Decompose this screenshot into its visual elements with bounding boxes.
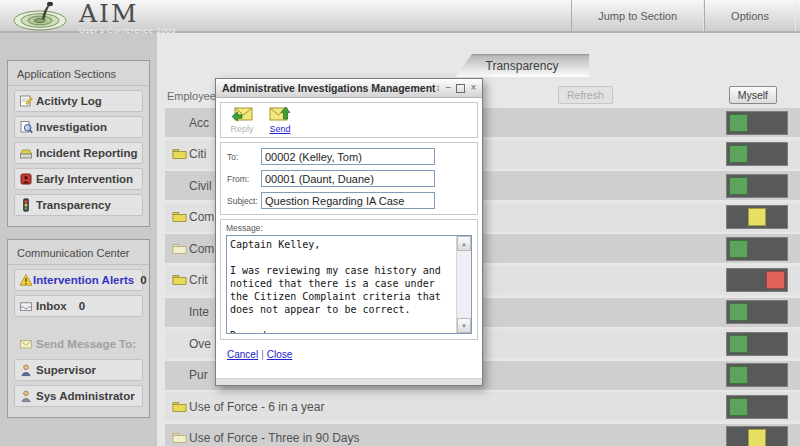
cancel-link[interactable]: Cancel: [227, 349, 258, 360]
minimize-icon[interactable]: −: [446, 83, 452, 93]
admin-person-icon: [19, 389, 36, 403]
dialog-footer-links: Cancel|Close: [220, 344, 478, 365]
status-indicator-green: [726, 111, 788, 135]
communication-center-panel: Communication Center Intervention Alerts…: [7, 239, 150, 418]
folder-icon: [172, 211, 189, 223]
row-label: Use of Force - Three in 90 Days: [189, 431, 360, 445]
table-row[interactable]: Use of Force - 6 in a year: [165, 392, 800, 421]
sidebar-item-label: Supervisor: [36, 364, 96, 376]
table-row[interactable]: Use of Force - Three in 90 Days: [165, 424, 800, 446]
application-sections-title: Application Sections: [8, 61, 149, 86]
to-field[interactable]: [261, 148, 435, 165]
from-field[interactable]: [261, 170, 435, 187]
from-field-label: From:: [227, 174, 261, 184]
sidebar-item-send-message-to: Send Message To:: [14, 333, 143, 355]
status-indicator-green: [726, 142, 788, 166]
sidebar-item-inbox[interactable]: Inbox0: [14, 295, 143, 317]
reply-envelope-icon: [231, 106, 253, 123]
scroll-down-icon[interactable]: ▼: [457, 318, 471, 333]
investigation-icon: [19, 120, 36, 134]
supervisor-icon: [19, 363, 36, 377]
row-label: Crit: [189, 273, 208, 287]
row-label: Use of Force - 6 in a year: [189, 400, 324, 414]
reply-label: Reply: [230, 124, 253, 134]
dialog-titlebar[interactable]: Administrative Investigations Management…: [216, 79, 482, 98]
early-intervention-icon: [19, 172, 36, 186]
options-button[interactable]: Options: [704, 0, 796, 31]
row-label: Citi: [189, 147, 206, 161]
link-separator: |: [261, 349, 264, 360]
sidebar-item-label: Early Intervention: [36, 173, 133, 185]
folder-icon: [172, 243, 189, 255]
status-indicator-yellow: [726, 205, 788, 229]
to-field-label: To:: [227, 152, 261, 162]
jump-to-section-button[interactable]: Jump to Section: [571, 0, 704, 31]
folder-icon: [172, 274, 189, 286]
sidebar-item-intervention-alerts[interactable]: Intervention Alerts0: [14, 269, 143, 291]
folder-icon: [172, 148, 189, 160]
count-badge: 0: [79, 300, 85, 312]
sidebar-item-sys-administrator[interactable]: Sys Administrator: [14, 385, 143, 407]
status-indicator-green: [726, 237, 788, 261]
dialog-footer: [216, 378, 482, 385]
sidebar-item-early-intervention[interactable]: Early Intervention: [14, 168, 143, 190]
count-badge: 0: [140, 274, 146, 286]
application-sections-panel: Application Sections Acitivty LogInvesti…: [7, 60, 150, 227]
status-indicator-green: [726, 363, 788, 387]
sidebar-item-investigation[interactable]: Investigation: [14, 116, 143, 138]
mail-icon: [19, 337, 36, 351]
sidebar-item-label: Incident Reporting: [36, 147, 138, 159]
sidebar-item-label: Acitivty Log: [36, 95, 102, 107]
ripple-logo-icon: [12, 1, 74, 31]
row-label: Ove: [189, 337, 211, 351]
dialog-title: Administrative Investigations Management: [222, 82, 436, 94]
refresh-button[interactable]: Refresh: [558, 86, 613, 104]
dialog-form: To: From: Subject:: [220, 142, 478, 215]
subject-field-label: Subject:: [227, 196, 261, 206]
sidebar-item-incident-reporting[interactable]: Incident Reporting: [14, 142, 143, 164]
sidebar-item-label: Transparency: [36, 199, 111, 211]
sidebar-item-label: Investigation: [36, 121, 107, 133]
send-button[interactable]: Send: [266, 106, 294, 134]
sidebar-item-transparency[interactable]: Transparency: [14, 194, 143, 216]
dialog-body: Reply Send To: From: Subject:: [216, 98, 482, 369]
close-link[interactable]: Close: [267, 349, 293, 360]
row-label: Inte: [189, 305, 209, 319]
status-indicator-red: [726, 268, 788, 292]
status-indicator-green: [726, 174, 788, 198]
alert-icon: [19, 273, 33, 287]
send-envelope-icon: [269, 106, 291, 123]
app-logo: AIM User's Conference 2009: [12, 1, 176, 35]
row-label: Acc: [189, 116, 209, 130]
tab-transparency[interactable]: Transparency: [455, 54, 589, 77]
message-scrollbar[interactable]: ▲ ▼: [456, 236, 471, 333]
sidebar-item-acitivty-log[interactable]: Acitivty Log: [14, 90, 143, 112]
reply-button[interactable]: Reply: [228, 106, 256, 134]
row-label: Pur: [189, 368, 208, 382]
sidebar-item-label: Sys Administrator: [36, 390, 135, 402]
row-label: Com: [189, 210, 214, 224]
app-title: AIM: [79, 3, 176, 25]
row-label: Com: [189, 242, 214, 256]
maximize-icon[interactable]: [456, 84, 465, 93]
send-label: Send: [269, 124, 290, 134]
top-header: AIM User's Conference 2009 Jump to Secti…: [0, 0, 800, 33]
scroll-up-icon[interactable]: ▲: [457, 236, 471, 251]
pin-icon[interactable]: ↕: [436, 83, 441, 93]
subject-field[interactable]: [261, 192, 435, 209]
myself-button[interactable]: Myself: [729, 86, 777, 104]
communication-center-title: Communication Center: [8, 240, 149, 265]
close-icon[interactable]: ×: [470, 83, 476, 93]
message-dialog: Administrative Investigations Management…: [215, 78, 483, 386]
folder-icon: [172, 432, 189, 444]
status-indicator-green: [726, 332, 788, 356]
message-textarea[interactable]: Captain Kelley, I was reviewing my case …: [227, 236, 456, 333]
inbox-icon: [19, 299, 36, 313]
status-indicator-yellow: [726, 426, 788, 446]
status-indicator-green: [726, 395, 788, 419]
sidebar-item-label: Intervention Alerts: [33, 274, 134, 286]
sidebar-item-supervisor[interactable]: Supervisor: [14, 359, 143, 381]
dialog-message-section: Message: Captain Kelley, I was reviewing…: [220, 219, 478, 340]
top-nav: Jump to Section Options: [571, 0, 796, 31]
employee-column-label: Employee: [167, 90, 216, 102]
